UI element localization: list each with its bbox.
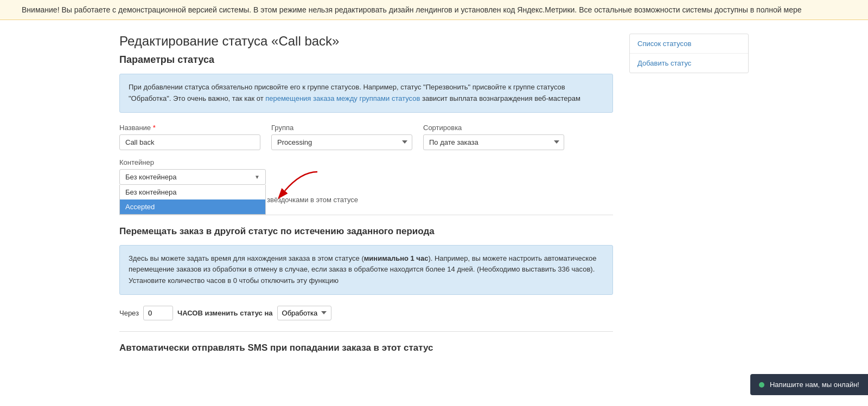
info-box-text-after: зависит выплата вознаграждения веб-масте… (420, 94, 580, 102)
time-row: Через ЧАСОВ изменить статус на Обработка… (119, 306, 613, 320)
label-name: Название * (119, 124, 260, 132)
info2-bold: минимально 1 час (364, 254, 429, 262)
sidebar: Список статусов Добавить статус (629, 28, 749, 353)
form-group-group: Группа Processing New Approved (271, 124, 412, 150)
container-section: Контейнер Без контейнера ▼ Без контейнер… (119, 158, 613, 185)
page-title: Редактирование статуса «Call back» (119, 34, 613, 49)
info2-text1: Здесь вы можете задать время для нахожде… (129, 254, 364, 262)
sidebar-link-add[interactable]: Добавить статус (630, 54, 748, 73)
select-status[interactable]: Обработка Отмена Принят (277, 306, 331, 320)
form-group-name: Название * (119, 124, 260, 150)
container-selected-value: Без контейнера (125, 173, 176, 181)
dropdown-item-accepted[interactable]: Accepted (120, 199, 265, 214)
form-row-1: Название * Группа Processing New Approve… (119, 124, 613, 150)
label-through: Через (119, 309, 139, 317)
info-box-2: Здесь вы можете задать время для нахожде… (119, 245, 613, 295)
input-hours[interactable] (143, 306, 173, 320)
dropdown-item-no-container[interactable]: Без контейнера (120, 185, 265, 199)
params-section-title: Параметры статуса (119, 54, 613, 66)
container-dropdown: Без контейнера ▼ Без контейнера Accepted (119, 169, 266, 185)
divider-2 (119, 331, 613, 332)
section-move-title: Перемещать заказ в другой статус по исте… (119, 226, 613, 237)
label-sort: Сортировка (423, 124, 564, 132)
form-group-sort: Сортировка По дате заказа По имени (423, 124, 564, 150)
sidebar-box: Список статусов Добавить статус (629, 34, 749, 73)
dropdown-arrow-icon: ▼ (254, 174, 260, 180)
label-container: Контейнер (119, 158, 613, 166)
required-mark: * (153, 124, 156, 132)
container-select-display[interactable]: Без контейнера ▼ (119, 169, 266, 185)
warning-text: Внимание! Вы работаете с демонстрационно… (22, 5, 802, 14)
sidebar-link-list[interactable]: Список статусов (630, 34, 748, 54)
select-sort[interactable]: По дате заказа По имени (423, 134, 564, 150)
label-hours: ЧАСОВ изменить статус на (177, 309, 273, 317)
label-group: Группа (271, 124, 412, 132)
info-box-params: При добавлении статуса обязательно присв… (119, 74, 613, 113)
sms-section-title: Автоматически отправлять SMS при попадан… (119, 343, 613, 353)
divider-1 (119, 215, 613, 215)
info-link[interactable]: перемещения заказа между группами статус… (265, 94, 420, 102)
content-area: Редактирование статуса «Call back» Парам… (119, 28, 613, 353)
container-dropdown-list: Без контейнера Accepted (119, 185, 266, 215)
red-arrow-indicator (274, 169, 323, 203)
select-group[interactable]: Processing New Approved (271, 134, 412, 150)
input-name[interactable] (119, 134, 260, 150)
warning-banner: Внимание! Вы работаете с демонстрационно… (0, 0, 868, 20)
